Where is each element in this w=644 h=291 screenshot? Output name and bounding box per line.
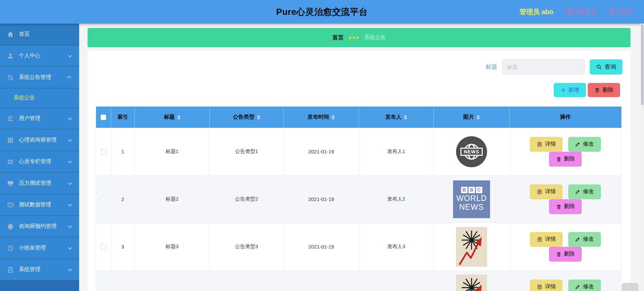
select-all-header <box>96 107 111 128</box>
edit-button[interactable]: 修改 <box>568 280 601 291</box>
bulk-delete-label: 删除 <box>603 87 613 94</box>
toolbar-row: 新增 删除 <box>96 83 620 97</box>
cell-title: 标题2 <box>135 175 210 223</box>
sidebar-subitem-announcement-active[interactable]: 系统公告 <box>0 88 79 108</box>
detail-button[interactable]: 详情 <box>530 280 562 291</box>
search-field-label: 标题 <box>486 63 497 71</box>
header-date-sortable[interactable]: 发布时间 <box>284 107 359 128</box>
row-checkbox[interactable] <box>101 149 106 155</box>
header-title-sortable[interactable]: 标题 <box>135 107 210 128</box>
detail-button[interactable]: 详情 <box>530 232 562 247</box>
sort-icon[interactable] <box>257 115 260 120</box>
sidebar-item-stress-test-mgmt[interactable]: 压力测试管理 <box>0 173 79 194</box>
cell-index: 1 <box>111 128 135 175</box>
sidebar-item-counselor-mgmt[interactable]: 心理咨询师管理 <box>0 129 79 151</box>
cell-date <box>284 270 359 291</box>
sidebar-item-column-mgmt[interactable]: 心灵专栏管理 <box>0 151 79 173</box>
sidebar-subitem-label: 系统公告 <box>13 94 35 101</box>
main-content: 首页 ♥♥♥ 系统公告 标题 查询 <box>79 24 644 291</box>
sort-icon[interactable] <box>477 115 480 120</box>
chevron-down-icon <box>68 224 72 228</box>
delete-button[interactable]: 删除 <box>549 199 582 214</box>
list-icon <box>7 115 14 122</box>
chevron-up-icon <box>67 76 71 80</box>
news-image-label: NEWS <box>460 148 483 156</box>
cell-type: 公告类型1 <box>210 128 284 175</box>
edit-button[interactable]: 修改 <box>568 137 601 152</box>
sidebar-item-announcement-mgmt[interactable]: 系统公告管理 <box>0 67 79 88</box>
sidebar-item-label: 小纸条管理 <box>19 244 46 252</box>
title-search-input[interactable] <box>502 59 585 75</box>
cell-publisher <box>359 270 434 291</box>
sidebar-item-label: 系统公告管理 <box>19 74 51 81</box>
sort-icon[interactable] <box>331 115 335 120</box>
bbc-letter: C <box>476 187 482 193</box>
edit-button[interactable]: 修改 <box>568 184 601 199</box>
doc-icon <box>537 142 542 147</box>
bbc-letter: B <box>461 187 468 193</box>
back-to-top-button[interactable] <box>622 283 639 291</box>
breadcrumb-home[interactable]: 首页 <box>332 34 344 41</box>
header-actions: 操作 <box>510 107 621 128</box>
cell-title: 标题1 <box>135 128 210 175</box>
add-button-label: 新增 <box>569 87 579 94</box>
admin-user-label: 管理员 abo <box>519 7 553 17</box>
query-button[interactable]: 查询 <box>590 59 622 75</box>
scrollbar-thumb[interactable] <box>641 24 644 105</box>
sort-icon[interactable] <box>177 115 181 120</box>
doc-icon <box>537 237 542 242</box>
add-button[interactable]: 新增 <box>554 83 586 97</box>
bulk-delete-button[interactable]: 删除 <box>588 83 620 97</box>
sidebar-item-test-data-mgmt[interactable]: 测试数据管理 <box>0 194 79 216</box>
breadcrumb-current: 系统公告 <box>364 34 386 41</box>
table-row: 2 标题2 公告类型2 2021-01-19 发布人2 B B C <box>96 175 621 223</box>
chevron-down-icon <box>68 181 72 185</box>
sidebar-item-label: 心灵专栏管理 <box>19 158 51 165</box>
select-all-checkbox[interactable] <box>101 115 106 120</box>
announcement-image-bbc: B B C WORLD NEWS <box>453 180 490 218</box>
detail-button[interactable]: 详情 <box>530 137 562 152</box>
sidebar: 首页 个人中心 系统公告管理 系统公告 用户管理 <box>0 24 79 291</box>
app-header: Pure心灵治愈交流平台 管理员 abo 退出到前台 退出登录 <box>0 0 644 24</box>
sidebar-item-home[interactable]: 首页 <box>0 24 79 45</box>
row-checkbox[interactable] <box>101 244 106 250</box>
row-checkbox[interactable] <box>101 197 106 202</box>
crop-icon <box>7 74 14 81</box>
doc-icon <box>537 284 542 290</box>
cell-publisher: 发布人3 <box>359 223 434 270</box>
clipboard-icon <box>7 266 14 273</box>
detail-button[interactable]: 详情 <box>530 184 562 199</box>
bbc-word: WORLD <box>456 194 487 203</box>
table-header-row: 索引 标题 公告类型 发布时间 发布人 图片 操作 <box>96 107 621 128</box>
header-type-sortable[interactable]: 公告类型 <box>210 107 284 128</box>
announcement-image-abstract-art <box>456 227 487 267</box>
sidebar-item-user-mgmt[interactable]: 用户管理 <box>0 108 79 129</box>
delete-button[interactable]: 删除 <box>549 247 582 262</box>
page-title: Pure心灵治愈交流平台 <box>276 6 368 18</box>
cell-index <box>111 270 135 291</box>
grid-icon <box>7 137 14 144</box>
breadcrumb-banner: 首页 ♥♥♥ 系统公告 <box>88 28 631 47</box>
monitor-icon <box>7 180 14 187</box>
logout-link[interactable]: 退出登录 <box>608 7 634 16</box>
chevron-down-icon <box>68 159 72 164</box>
bbc-letter: B <box>469 187 475 193</box>
printer-icon <box>7 223 14 230</box>
sidebar-item-system-mgmt[interactable]: 系统管理 <box>0 259 79 281</box>
scrollbar-track[interactable] <box>641 24 644 291</box>
header-image-sortable[interactable]: 图片 <box>434 107 510 128</box>
chevron-down-icon <box>68 202 72 207</box>
sidebar-item-label: 用户管理 <box>19 115 40 122</box>
sidebar-item-note-mgmt[interactable]: 小纸条管理 <box>0 237 79 259</box>
cell-title <box>135 270 210 291</box>
edit-button[interactable]: 修改 <box>568 232 601 247</box>
sidebar-item-personal-center[interactable]: 个人中心 <box>0 45 79 67</box>
sort-icon[interactable] <box>404 115 407 120</box>
sidebar-item-appointment-mgmt[interactable]: 咨询师预约管理 <box>0 216 79 237</box>
table-row: 1 标题1 公告类型1 2021-01-19 发布人1 NEWS 详情 <box>96 128 621 175</box>
announcements-table: 索引 标题 公告类型 发布时间 发布人 图片 操作 1 标题1 <box>96 107 621 291</box>
exit-to-front-link[interactable]: 退出到前台 <box>565 7 597 16</box>
header-publisher-sortable[interactable]: 发布人 <box>359 107 434 128</box>
query-button-label: 查询 <box>605 63 616 71</box>
delete-button[interactable]: 删除 <box>549 152 582 167</box>
